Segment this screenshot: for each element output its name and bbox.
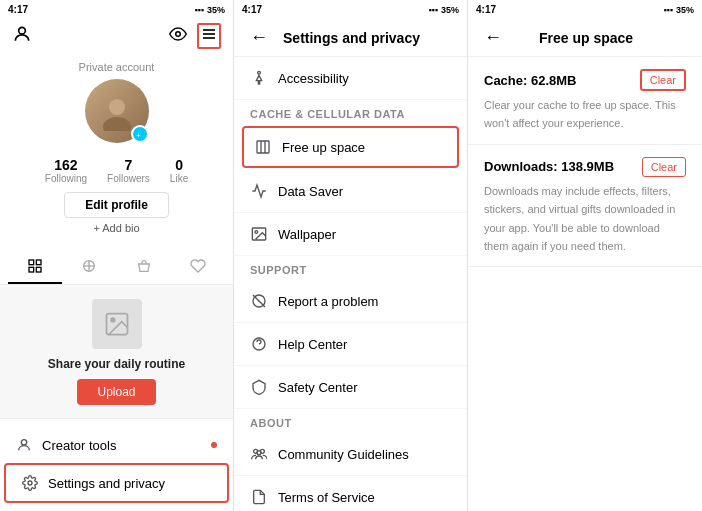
settings-list: Accessibility CACHE & CELLULAR DATA Free… (234, 57, 467, 511)
terms-service-item[interactable]: Terms of Service (234, 476, 467, 511)
downloads-section-header: Downloads: 138.9MB Clear (484, 157, 686, 177)
report-label: Report a problem (278, 294, 378, 309)
report-problem-item[interactable]: Report a problem (234, 280, 467, 323)
status-bar-1: 4:17 ▪▪▪ 35% (0, 0, 233, 19)
svg-rect-10 (29, 267, 34, 272)
clear-downloads-button[interactable]: Clear (642, 157, 686, 177)
wallpaper-item[interactable]: Wallpaper (234, 213, 467, 256)
downloads-section: Downloads: 138.9MB Clear Downloads may i… (468, 145, 702, 268)
data-saver-icon (250, 182, 268, 200)
svg-point-0 (19, 27, 26, 34)
settings-panel: 4:17 ▪▪▪ 35% ← Settings and privacy Acce… (234, 0, 468, 511)
signal-icon-2: ▪▪▪ (428, 5, 438, 15)
terms-icon (250, 488, 268, 506)
profile-tabs (0, 250, 233, 285)
add-bio-button[interactable]: + Add bio (93, 222, 139, 234)
edit-profile-button[interactable]: Edit profile (64, 192, 169, 218)
svg-point-30 (257, 451, 261, 455)
time-1: 4:17 (8, 4, 28, 15)
tab-heart[interactable] (171, 250, 225, 284)
svg-point-19 (258, 71, 261, 74)
creator-tools-label: Creator tools (42, 438, 116, 453)
content-icon (92, 299, 142, 349)
safety-center-item[interactable]: Safety Center (234, 366, 467, 409)
menu-icon[interactable] (197, 23, 221, 49)
community-label: Community Guidelines (278, 447, 409, 462)
free-up-space-label: Free up space (282, 140, 365, 155)
help-icon (250, 335, 268, 353)
time-2: 4:17 (242, 4, 262, 15)
status-icons-3: ▪▪▪ 35% (663, 5, 694, 15)
svg-rect-11 (36, 267, 41, 272)
help-label: Help Center (278, 337, 347, 352)
tab-reels[interactable] (62, 250, 116, 284)
svg-point-6 (103, 117, 131, 131)
safety-icon (250, 378, 268, 396)
upload-button[interactable]: Upload (77, 379, 155, 405)
accessibility-item[interactable]: Accessibility (234, 57, 467, 100)
tab-grid[interactable] (8, 250, 62, 284)
cache-section-label: CACHE & CELLULAR DATA (234, 100, 467, 124)
cache-title: Cache: 62.8MB (484, 73, 576, 88)
top-bar-1 (0, 19, 233, 53)
settings-label: Settings and privacy (48, 476, 165, 491)
avatar-badge: + (131, 125, 149, 143)
help-center-item[interactable]: Help Center (234, 323, 467, 366)
free-up-space-item[interactable]: Free up space (242, 126, 459, 168)
svg-point-1 (176, 32, 181, 37)
terms-label: Terms of Service (278, 490, 375, 505)
status-icons-1: ▪▪▪ 35% (194, 5, 225, 15)
downloads-desc: Downloads may include effects, filters, … (484, 185, 675, 252)
data-saver-item[interactable]: Data Saver (234, 170, 467, 213)
stats-row: 162 Following 7 Followers 0 Like (45, 157, 188, 184)
top-bar-icons (169, 23, 221, 49)
accessibility-icon (250, 69, 268, 87)
signal-icon: ▪▪▪ (194, 5, 204, 15)
report-icon (250, 292, 268, 310)
private-label: Private account (79, 61, 155, 73)
free-up-space-panel: 4:17 ▪▪▪ 35% ← Free up space Cache: 62.8… (468, 0, 702, 511)
profile-section: Private account + 162 Following 7 Follow… (0, 53, 233, 250)
status-bar-2: 4:17 ▪▪▪ 35% (234, 0, 467, 19)
svg-text:+: + (136, 131, 141, 139)
status-icons-2: ▪▪▪ 35% (428, 5, 459, 15)
eye-icon[interactable] (169, 25, 187, 47)
free-space-header: ← Free up space (468, 19, 702, 57)
back-button-free-space[interactable]: ← (480, 27, 506, 48)
wallpaper-icon (250, 225, 268, 243)
notification-dot (211, 442, 217, 448)
community-icon (250, 445, 268, 463)
downloads-title: Downloads: 138.9MB (484, 159, 614, 174)
wallpaper-label: Wallpaper (278, 227, 336, 242)
clear-cache-button[interactable]: Clear (640, 69, 686, 91)
support-section-label: SUPPORT (234, 256, 467, 280)
battery-icon-2: 35% (441, 5, 459, 15)
empty-content-area: Share your daily routine Upload (0, 285, 233, 418)
accessibility-label: Accessibility (278, 71, 349, 86)
person-icon[interactable] (12, 24, 32, 48)
likes-stat: 0 Like (170, 157, 188, 184)
time-3: 4:17 (476, 4, 496, 15)
svg-rect-9 (36, 260, 41, 265)
battery-icon: 35% (207, 5, 225, 15)
free-space-title: Free up space (506, 30, 666, 46)
about-section-label: ABOUT (234, 409, 467, 433)
svg-rect-8 (29, 260, 34, 265)
back-button-settings[interactable]: ← (246, 27, 272, 48)
svg-point-17 (21, 440, 26, 445)
tab-liked[interactable] (117, 250, 171, 284)
community-guidelines-item[interactable]: Community Guidelines (234, 433, 467, 476)
safety-label: Safety Center (278, 380, 358, 395)
bottom-menu: Creator tools Settings and privacy (0, 418, 233, 511)
svg-rect-20 (257, 141, 269, 153)
svg-point-18 (28, 481, 32, 485)
avatar: + (85, 79, 149, 143)
creator-tools-menu-item[interactable]: Creator tools (0, 427, 233, 463)
svg-point-16 (111, 318, 115, 322)
cache-desc: Clear your cache to free up space. This … (484, 99, 676, 129)
settings-header: ← Settings and privacy (234, 19, 467, 57)
settings-menu-item[interactable]: Settings and privacy (4, 463, 229, 503)
data-saver-label: Data Saver (278, 184, 343, 199)
battery-icon-3: 35% (676, 5, 694, 15)
free-space-icon (254, 138, 272, 156)
